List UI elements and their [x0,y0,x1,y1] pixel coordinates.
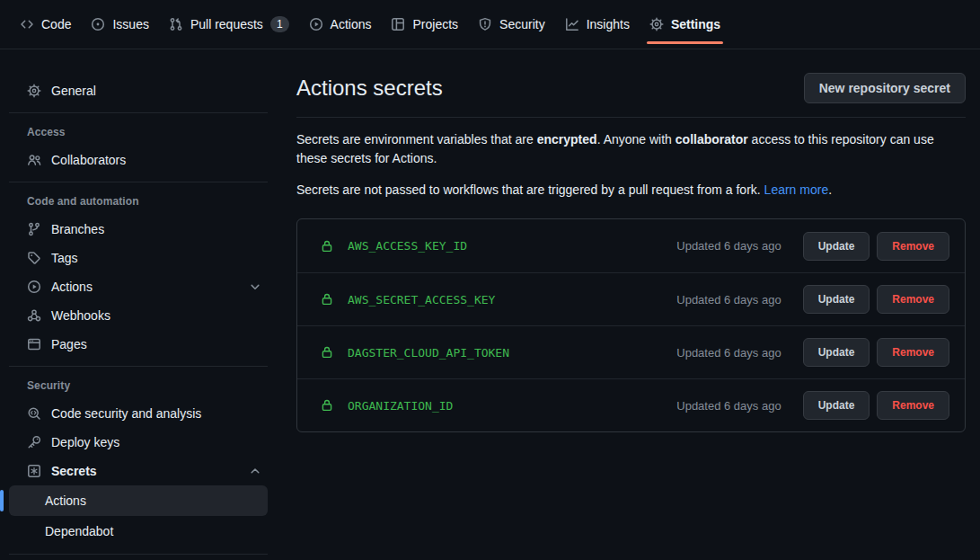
tab-code[interactable]: Code [10,0,81,49]
sidebar-item-branches[interactable]: Branches [9,215,268,244]
pull-requests-count-badge: 1 [270,16,289,32]
lock-icon [320,239,334,253]
tab-pull-requests[interactable]: Pull requests 1 [159,0,299,49]
secret-row: AWS_ACCESS_KEY_ID Updated 6 days ago Upd… [297,219,965,272]
lock-icon [320,292,334,307]
tab-label: Pull requests [190,17,263,31]
sidebar-item-label: Deploy keys [51,435,119,449]
code-icon [20,17,34,31]
key-icon [27,435,41,449]
sidebar-item-label: Webhooks [51,308,110,323]
learn-more-link[interactable]: Learn more [764,182,829,197]
secret-row: DAGSTER_CLOUD_API_TOKEN Updated 6 days a… [297,325,965,378]
sidebar-item-label: Branches [51,222,104,236]
sidebar-item-secrets[interactable]: Secrets [9,457,268,485]
fork-note-suffix: . [828,182,832,197]
actions-secrets-panel: Actions secrets New repository secret Se… [278,49,980,560]
projects-icon [391,17,405,31]
sidebar-item-label: Pages [51,337,87,351]
secret-name: AWS_ACCESS_KEY_ID [348,239,467,253]
remove-secret-button[interactable]: Remove [877,285,949,314]
people-icon [27,153,41,167]
browser-icon [27,337,41,351]
tab-label: Projects [412,17,458,31]
secret-name: AWS_SECRET_ACCESS_KEY [348,293,495,307]
tag-icon [27,251,41,265]
description-bold-encrypted: encrypted [537,132,597,147]
sidebar-divider [9,366,268,367]
lock-icon [320,398,334,413]
sidebar-item-actions[interactable]: Actions [9,272,268,301]
remove-secret-button[interactable]: Remove [877,232,949,261]
secret-updated: Updated 6 days ago [676,239,781,253]
play-icon [27,280,41,294]
description-text: Secrets are environment variables that a… [296,132,537,147]
remove-secret-button[interactable]: Remove [877,391,949,420]
graph-icon [565,17,579,31]
tab-settings[interactable]: Settings [640,0,730,49]
sidebar-section-header: Code and automation [9,190,268,215]
sidebar-divider [9,182,268,182]
sidebar-item-label: Collaborators [51,153,126,167]
tab-issues[interactable]: Issues [81,0,158,49]
sidebar-subitem-secrets-actions[interactable]: Actions [9,485,268,516]
update-secret-button[interactable]: Update [803,232,870,261]
header-divider [296,117,966,118]
issue-opened-icon [91,17,105,31]
sidebar-item-label: Actions [45,493,86,508]
tab-security[interactable]: Security [468,0,555,49]
secret-updated: Updated 6 days ago [676,293,781,307]
sidebar-section-header: Security [9,374,268,399]
code-scan-icon [27,406,41,421]
tab-label: Issues [112,17,148,31]
sidebar-divider [9,112,268,113]
tab-label: Insights [587,17,630,31]
sidebar-item-deploy-keys[interactable]: Deploy keys [9,428,268,457]
update-secret-button[interactable]: Update [803,338,870,367]
update-secret-button[interactable]: Update [803,285,870,314]
secret-row: ORGANIZATION_ID Updated 6 days ago Updat… [297,378,965,431]
sidebar-section-header: Access [9,120,268,146]
secrets-icon [27,464,41,478]
tab-label: Actions [331,17,372,31]
update-secret-button[interactable]: Update [803,391,870,420]
description-bold-collaborator: collaborator [675,132,748,147]
gear-icon [27,84,41,98]
shield-icon [478,17,492,31]
sidebar-item-webhooks[interactable]: Webhooks [9,301,268,330]
tab-actions[interactable]: Actions [299,0,382,49]
secrets-list: AWS_ACCESS_KEY_ID Updated 6 days ago Upd… [296,218,966,432]
secret-row: AWS_SECRET_ACCESS_KEY Updated 6 days ago… [297,272,965,325]
tab-label: Code [41,17,71,31]
tab-projects[interactable]: Projects [381,0,468,49]
tab-insights[interactable]: Insights [555,0,640,49]
sidebar-subitem-secrets-dependabot[interactable]: Dependabot [9,516,268,547]
sidebar-item-label: Actions [51,280,93,294]
page-title: Actions secrets [296,76,443,101]
play-icon [309,17,323,31]
sidebar-item-code-security[interactable]: Code security and analysis [9,399,268,428]
gear-icon [649,17,664,31]
sidebar-divider [9,554,268,555]
secret-updated: Updated 6 days ago [676,399,781,413]
sidebar-item-label: Secrets [51,464,97,478]
chevron-up-icon [248,464,262,478]
sidebar-item-tags[interactable]: Tags [9,244,268,272]
description-text: . Anyone with [597,132,675,147]
tab-label: Security [499,17,545,31]
secrets-description: Secrets are environment variables that a… [296,130,966,168]
sidebar-item-general[interactable]: General [9,76,268,105]
sidebar-item-label: Dependabot [45,524,113,538]
pull-request-icon [169,17,183,31]
secret-updated: Updated 6 days ago [676,346,781,360]
fork-note-text: Secrets are not passed to workflows that… [296,182,764,197]
sidebar-item-pages[interactable]: Pages [9,330,268,359]
settings-sidebar: General Access Collaborators Code and au… [0,49,278,560]
secret-name: ORGANIZATION_ID [348,399,453,413]
sidebar-item-label: Code security and analysis [51,406,201,421]
sidebar-item-label: Tags [51,251,78,265]
sidebar-item-collaborators[interactable]: Collaborators [9,146,268,174]
new-repository-secret-button[interactable]: New repository secret [804,73,966,103]
remove-secret-button[interactable]: Remove [877,338,949,367]
chevron-down-icon [248,280,262,294]
